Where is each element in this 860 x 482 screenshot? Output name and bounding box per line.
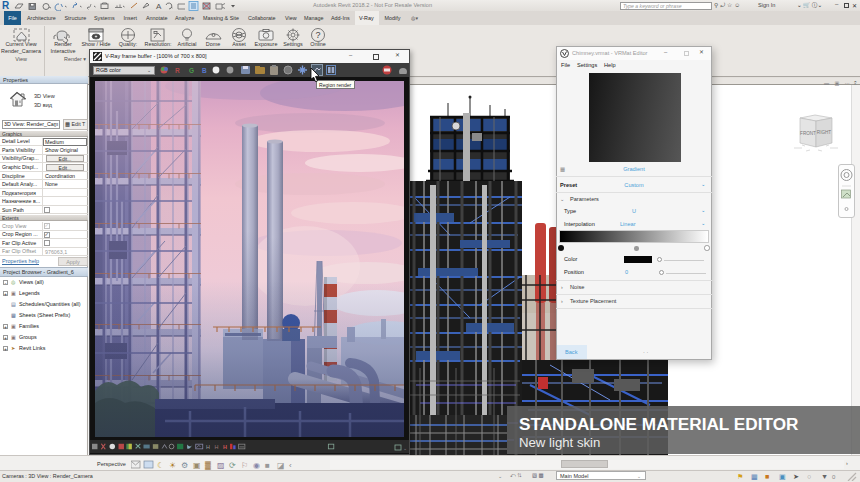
svg-text:0: 0 xyxy=(832,474,836,480)
svg-text:H: H xyxy=(206,444,210,450)
svg-text:▣: ▣ xyxy=(779,472,786,481)
svg-text:B: B xyxy=(202,67,207,74)
svg-text:▦: ▦ xyxy=(751,472,758,481)
svg-text:G: G xyxy=(189,67,194,74)
svg-text:▼: ▼ xyxy=(821,472,828,481)
svg-text:☾: ☾ xyxy=(157,461,164,470)
svg-text:‹: ‹ xyxy=(289,461,292,470)
svg-text:■: ■ xyxy=(265,461,270,470)
svg-text:◪: ◪ xyxy=(277,461,285,470)
svg-text:⌄: ⌄ xyxy=(403,445,407,451)
svg-text:■: ■ xyxy=(765,472,769,481)
svg-text:▓: ▓ xyxy=(205,461,211,470)
svg-text:A: A xyxy=(156,2,162,11)
svg-text:FRONT: FRONT xyxy=(800,131,816,136)
svg-text:RIGHT: RIGHT xyxy=(817,130,831,135)
svg-text:R: R xyxy=(175,67,180,74)
svg-text:⚙: ⚙ xyxy=(181,461,188,470)
svg-text:▨: ▨ xyxy=(217,461,225,470)
svg-text:☀: ☀ xyxy=(169,461,176,470)
svg-text:⚑: ⚑ xyxy=(737,472,743,481)
svg-text:H: H xyxy=(214,444,218,450)
svg-text:◉: ◉ xyxy=(253,461,260,470)
svg-text:?: ? xyxy=(315,30,320,40)
svg-text:○: ○ xyxy=(807,472,811,481)
svg-text:⟳: ⟳ xyxy=(229,461,236,470)
svg-text:▣: ▣ xyxy=(193,461,201,470)
svg-text:⚐: ⚐ xyxy=(241,461,248,470)
svg-text:➤: ➤ xyxy=(793,472,799,481)
svg-text:H: H xyxy=(223,444,227,450)
